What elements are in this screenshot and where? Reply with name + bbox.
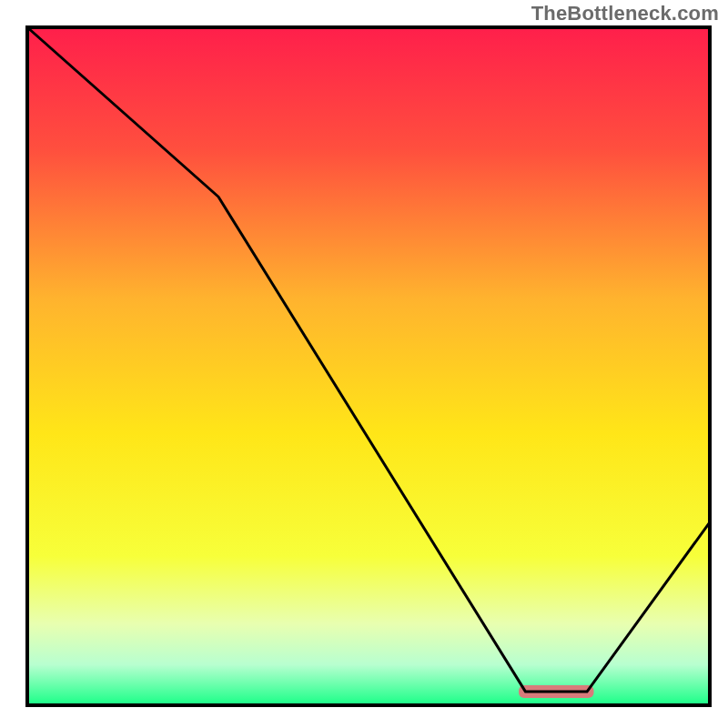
bottleneck-chart xyxy=(0,0,728,728)
chart-container: { "watermark": "TheBottleneck.com", "cha… xyxy=(0,0,728,728)
plot-background xyxy=(27,27,710,705)
watermark-text: TheBottleneck.com xyxy=(531,2,719,25)
